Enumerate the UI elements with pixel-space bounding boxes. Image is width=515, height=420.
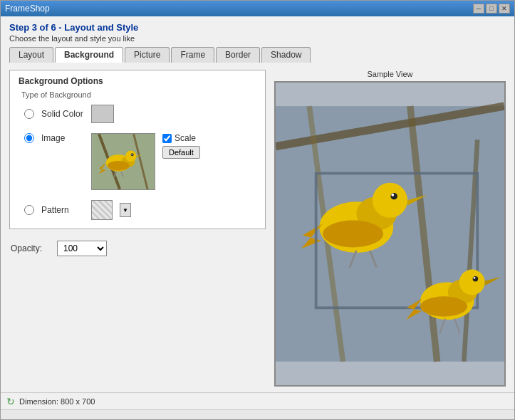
- pattern-radio[interactable]: [24, 205, 34, 215]
- step-header: Step 3 of 6 - Layout and Style Choose th…: [9, 22, 506, 43]
- tab-border[interactable]: Border: [216, 47, 260, 63]
- svg-point-34: [474, 277, 476, 279]
- svg-point-24: [323, 221, 383, 248]
- background-options-group: Background Options Type of Background So…: [9, 70, 266, 229]
- solid-color-label: Solid Color: [41, 109, 84, 119]
- tab-shadow[interactable]: Shadow: [261, 47, 311, 63]
- status-bar: ↻ Dimension: 800 x 700: [1, 392, 514, 409]
- pattern-dropdown[interactable]: ▼: [120, 203, 131, 217]
- main-layout: Background Options Type of Background So…: [9, 70, 506, 387]
- svg-point-20: [373, 183, 407, 218]
- opacity-select[interactable]: 25 50 75 100: [57, 241, 107, 256]
- tab-layout[interactable]: Layout: [9, 47, 53, 63]
- solid-color-radio[interactable]: [24, 109, 34, 119]
- tab-frame[interactable]: Frame: [171, 47, 214, 63]
- window-title: FrameShop: [5, 4, 50, 14]
- tabs-row: Layout Background Picture Frame Border S…: [9, 47, 506, 63]
- group-title: Background Options: [19, 76, 256, 86]
- scale-checkbox[interactable]: [162, 134, 172, 143]
- title-bar-buttons: ─ □ ✕: [473, 4, 510, 14]
- content-area: Step 3 of 6 - Layout and Style Choose th…: [1, 16, 514, 392]
- close-button[interactable]: ✕: [499, 4, 510, 14]
- opacity-row: Opacity: 25 50 75 100: [9, 236, 266, 261]
- pattern-thumbnail[interactable]: [91, 200, 113, 220]
- image-preview[interactable]: [91, 133, 155, 190]
- image-controls: Scale Default: [162, 133, 200, 159]
- minimize-button[interactable]: ─: [473, 4, 484, 14]
- solid-color-row: Solid Color: [24, 105, 256, 123]
- main-window: FrameShop ─ □ ✕ Step 3 of 6 - Layout and…: [0, 0, 515, 420]
- type-label: Type of Background: [21, 90, 256, 99]
- bg-options: Solid Color Image: [19, 105, 256, 220]
- svg-point-5: [125, 150, 137, 162]
- step-title: Step 3 of 6 - Layout and Style: [9, 22, 506, 33]
- refresh-icon[interactable]: ↻: [6, 396, 15, 407]
- dimension-text: Dimension: 800 x 700: [19, 397, 95, 406]
- title-bar: FrameShop ─ □ ✕: [1, 1, 514, 16]
- svg-point-7: [131, 153, 134, 156]
- image-radio[interactable]: [24, 133, 34, 143]
- sample-view-label: Sample View: [274, 70, 506, 78]
- opacity-label: Opacity:: [11, 243, 50, 253]
- pattern-row: Pattern ▼: [24, 200, 256, 220]
- svg-point-31: [459, 270, 485, 295]
- maximize-button[interactable]: □: [486, 4, 497, 14]
- color-swatch[interactable]: [91, 105, 114, 123]
- right-panel: Sample View: [274, 70, 506, 387]
- svg-point-8: [132, 154, 132, 154]
- svg-point-22: [390, 193, 397, 199]
- step-subtitle: Choose the layout and style you like: [9, 34, 506, 43]
- svg-point-35: [420, 296, 467, 316]
- sample-view: [274, 81, 506, 387]
- scale-label: Scale: [175, 133, 196, 143]
- bottom-scrollbar[interactable]: [1, 409, 514, 419]
- left-panel: Background Options Type of Background So…: [9, 70, 266, 387]
- image-label: Image: [41, 133, 84, 143]
- default-button[interactable]: Default: [162, 146, 200, 159]
- svg-point-23: [391, 194, 394, 196]
- tab-picture[interactable]: Picture: [125, 47, 170, 63]
- image-row: Image: [24, 133, 256, 190]
- svg-point-9: [108, 161, 130, 171]
- tab-background[interactable]: Background: [55, 47, 123, 63]
- pattern-label: Pattern: [41, 205, 84, 215]
- scale-row: Scale: [162, 133, 200, 143]
- svg-point-33: [473, 276, 479, 282]
